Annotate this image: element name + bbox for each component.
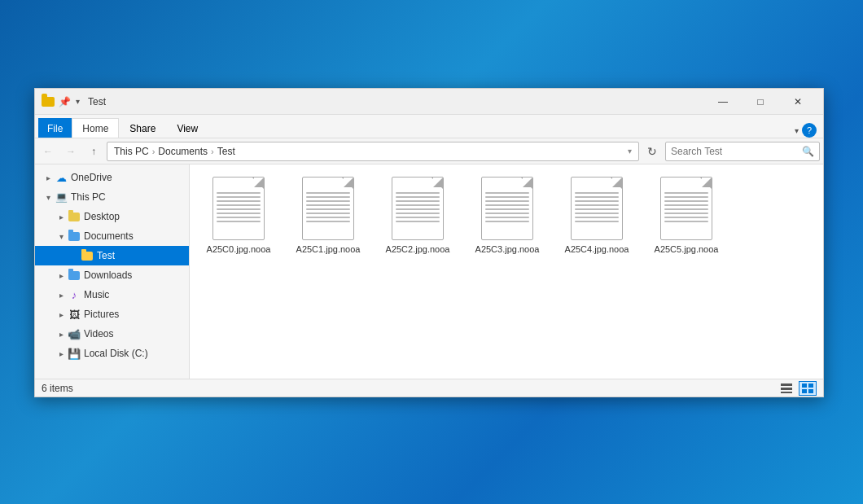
main-content: ☁ OneDrive 💻 This PC Desktop Documents [35,164,823,379]
pin-icon: 📌 [58,95,71,108]
music-icon: ♪ [68,288,81,301]
desktop-folder-icon [68,210,81,223]
search-box[interactable]: 🔍 [665,142,820,161]
window-controls: — □ ✕ [704,89,817,115]
expand-downloads-icon [55,271,68,280]
path-this-pc[interactable]: This PC [114,146,149,157]
refresh-button[interactable]: ↻ [642,142,662,161]
explorer-window: 📌 ▾ Test — □ ✕ File Home Share View ▾ ? … [34,88,824,397]
path-sep-2: › [211,147,214,156]
search-input[interactable] [671,146,799,157]
svg-rect-6 [808,389,813,393]
file-item-1[interactable]: A25C1.jpg.nooa [287,173,369,257]
sidebar-label-downloads: Downloads [84,270,132,281]
path-sep-1: › [152,147,156,156]
pictures-icon: 🖼 [68,308,81,321]
file-name-0: A25C0.jpg.nooa [207,244,271,254]
doc-icon-4 [571,177,623,240]
ribbon-collapse-btn[interactable]: ▾ [795,126,799,135]
file-name-1: A25C1.jpg.nooa [296,244,361,254]
expand-documents-icon [55,232,68,241]
sidebar-label-this-pc: This PC [71,191,106,203]
sidebar-label-pictures: Pictures [84,309,119,320]
doc-icon-0 [212,177,265,240]
doc-icon-5 [660,177,712,240]
file-item-3[interactable]: A25C3.jpg.nooa [467,173,548,257]
sidebar-item-videos[interactable]: 📹 Videos [35,324,189,344]
file-name-3: A25C3.jpg.nooa [475,244,540,254]
help-button[interactable]: ? [802,123,817,138]
tab-file[interactable]: File [38,118,72,138]
sidebar-label-documents: Documents [84,230,134,242]
back-button[interactable]: ← [38,142,58,161]
doc-icon-3 [481,177,533,240]
list-view-button[interactable] [778,381,795,396]
title-bar-icons: 📌 ▾ [42,95,81,108]
path-test[interactable]: Test [217,146,235,157]
expand-pictures-icon [55,310,68,319]
doc-icon-2 [392,177,444,240]
tab-share[interactable]: Share [119,118,166,138]
file-item-5[interactable]: A25C5.jpg.nooa [646,173,727,257]
svg-rect-5 [802,389,807,393]
sidebar: ☁ OneDrive 💻 This PC Desktop Documents [35,164,190,379]
tab-view[interactable]: View [166,118,208,138]
grid-view-button[interactable] [799,381,817,396]
file-item-4[interactable]: A25C4.jpg.nooa [556,173,637,257]
test-folder-icon [81,249,94,262]
file-name-2: A25C2.jpg.nooa [386,244,450,254]
sidebar-item-music[interactable]: ♪ Music [35,285,189,305]
expand-this-pc-icon [42,193,55,202]
sidebar-label-desktop: Desktop [84,211,120,222]
svg-rect-2 [781,392,792,393]
sidebar-item-this-pc[interactable]: 💻 This PC [35,187,189,207]
up-button[interactable]: ↑ [84,142,103,161]
sidebar-item-downloads[interactable]: Downloads [35,265,189,285]
file-icon-0 [206,176,271,241]
doc-icon-1 [302,177,354,240]
item-count: 6 items [42,383,73,394]
svg-rect-1 [781,388,792,390]
expand-videos-icon [55,330,68,339]
file-area: A25C0.jpg.nooa A25C1.jpg.no [190,164,823,379]
sidebar-label-onedrive: OneDrive [71,172,112,183]
sidebar-item-pictures[interactable]: 🖼 Pictures [35,305,189,324]
documents-folder-icon [68,230,81,243]
file-item-2[interactable]: A25C2.jpg.nooa [377,173,458,257]
minimize-button[interactable]: — [704,89,742,115]
hdd-icon: 💾 [68,347,81,360]
expand-music-icon [55,291,68,300]
expand-local-disk-icon [55,349,68,358]
ribbon: File Home Share View ▾ ? [35,115,823,138]
title-arrow-icon: ▾ [76,97,80,106]
view-toggle [778,381,817,396]
sidebar-item-desktop[interactable]: Desktop [35,207,189,226]
status-bar: 6 items [35,379,823,397]
sidebar-item-test[interactable]: Test [35,246,189,265]
expand-onedrive-icon [42,173,55,182]
svg-rect-4 [808,383,813,388]
sidebar-item-documents[interactable]: Documents [35,226,189,246]
forward-button[interactable]: → [61,142,81,161]
sidebar-item-onedrive[interactable]: ☁ OneDrive [35,168,189,187]
path-dropdown[interactable]: ▾ [628,147,632,156]
ribbon-tabs: File Home Share View ▾ ? [35,115,823,138]
path-documents[interactable]: Documents [158,146,208,157]
onedrive-icon: ☁ [55,171,68,184]
close-button[interactable]: ✕ [779,89,817,115]
file-icon-3 [475,176,540,241]
file-icon-5 [654,176,719,241]
sidebar-label-local-disk: Local Disk (C:) [84,348,148,359]
file-icon-4 [564,176,629,241]
tab-home[interactable]: Home [72,118,119,138]
file-icon-2 [385,176,450,241]
search-icon[interactable]: 🔍 [802,146,814,157]
address-path[interactable]: This PC › Documents › Test ▾ [107,142,639,161]
sidebar-label-music: Music [84,289,109,300]
file-item-0[interactable]: A25C0.jpg.nooa [198,173,279,257]
window-title: Test [88,96,704,107]
file-name-4: A25C4.jpg.nooa [565,244,629,254]
address-bar: ← → ↑ This PC › Documents › Test ▾ ↻ 🔍 [35,138,823,164]
maximize-button[interactable]: □ [742,89,779,115]
sidebar-item-local-disk[interactable]: 💾 Local Disk (C:) [35,344,189,363]
